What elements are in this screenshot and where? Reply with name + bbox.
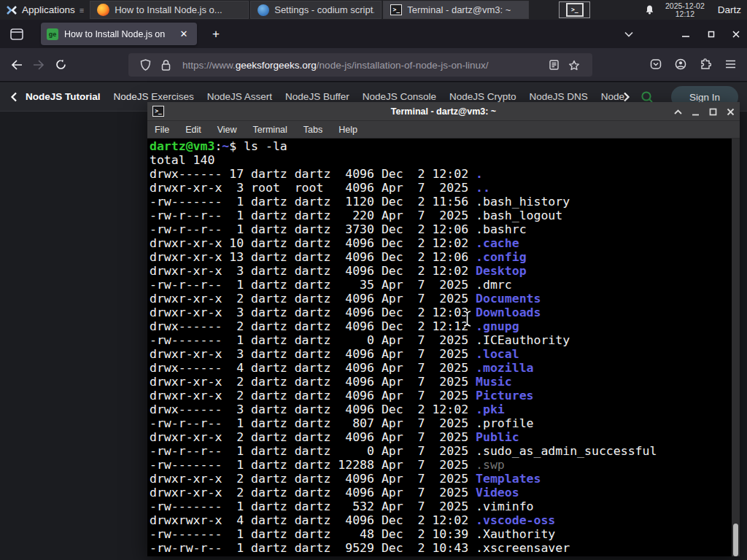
site-nav-item[interactable]: NodeJS Tutorial	[26, 91, 101, 102]
url-text: https://www.geeksforgeeks.org/node-js/in…	[182, 60, 544, 71]
bookmark-star-icon[interactable]	[565, 55, 584, 74]
file-name: .bashrc	[476, 222, 527, 236]
file-name: .viminfo	[476, 499, 533, 513]
shield-icon[interactable]	[136, 55, 155, 74]
terminal-window-icon: >_	[152, 106, 164, 117]
directory-name: .cache	[476, 236, 519, 250]
terminal-icon: >_	[390, 4, 402, 15]
site-nav-item[interactable]: NodeJS Buffer	[285, 91, 349, 102]
nav-scroll-left-icon[interactable]	[10, 92, 18, 102]
file-name: .bash_history	[476, 195, 570, 209]
directory-name: Documents	[476, 292, 541, 306]
reload-button[interactable]	[50, 54, 71, 76]
terminal-window: >_ Terminal - dartz@vm3: ~ FileEditViewT…	[147, 102, 740, 556]
file-name: .swp	[476, 458, 505, 472]
reader-mode-icon[interactable]	[544, 55, 563, 74]
terminal-listing-row: -rw-r--r-- 1 dartz dartz 35 Apr 7 2025 .…	[150, 278, 740, 292]
directory-name: .pki	[476, 402, 505, 416]
browser-tab-bar: ge How to Install Node.js on ✕ +	[0, 20, 747, 48]
clock-time: 12:12	[665, 10, 705, 18]
taskbar-window-title: How to Install Node.js o...	[115, 4, 222, 15]
account-icon[interactable]	[668, 53, 693, 75]
back-button[interactable]	[6, 54, 28, 76]
terminal-listing-row: -rw------- 1 dartz dartz 0 Apr 7 2025 .I…	[150, 333, 740, 347]
lock-icon[interactable]	[156, 55, 175, 74]
terminal-listing-row: -rw-r--r-- 1 dartz dartz 807 Apr 7 2025 …	[150, 416, 740, 430]
terminal-menu-view[interactable]: View	[217, 125, 237, 135]
terminal-menu-help[interactable]: Help	[338, 125, 357, 135]
terminal-titlebar[interactable]: >_ Terminal - dartz@vm3: ~	[147, 102, 740, 121]
directory-name: ..	[476, 181, 490, 195]
taskbar-window-title: Settings - codium script...	[274, 4, 374, 15]
terminal-scrollbar[interactable]	[732, 139, 740, 556]
site-nav-item[interactable]: NodeJS Exercises	[114, 91, 194, 102]
terminal-total-line: total 140	[150, 153, 740, 167]
directory-name: .mozilla	[476, 361, 533, 375]
directory-name: .	[476, 167, 483, 181]
terminal-listing-row: -rw-r--r-- 1 dartz dartz 220 Apr 7 2025 …	[150, 209, 740, 222]
taskbar-window-button[interactable]: How to Install Node.js o...	[90, 1, 249, 19]
site-search-icon[interactable]	[640, 90, 654, 104]
browser-maximize-button[interactable]	[703, 26, 720, 43]
url-bar[interactable]: https://www.geeksforgeeks.org/node-js/in…	[128, 53, 592, 77]
site-nav-item[interactable]: NodeJS Crypto	[449, 91, 516, 102]
terminal-shade-button[interactable]	[673, 106, 683, 117]
hamburger-menu-icon[interactable]	[718, 53, 743, 75]
nav-scroll-right-icon[interactable]	[623, 92, 630, 102]
terminal-maximize-button[interactable]	[708, 106, 718, 117]
terminal-menu-edit[interactable]: Edit	[185, 125, 201, 135]
terminal-listing-row: -rw------- 1 dartz dartz 12288 Apr 7 202…	[150, 458, 740, 472]
terminal-menu-file[interactable]: File	[155, 125, 169, 135]
site-nav-item[interactable]: NodeJS Assert	[207, 91, 272, 102]
terminal-listing-row: drwxr-xr-x 3 dartz dartz 4096 Dec 2 12:0…	[150, 264, 740, 278]
terminal-listing-row: drwxr-xr-x 2 dartz dartz 4096 Apr 7 2025…	[150, 375, 740, 389]
terminal-listing-row: -rw------- 1 dartz dartz 532 Apr 7 2025 …	[150, 499, 740, 513]
terminal-close-button[interactable]	[725, 106, 735, 117]
browser-tab[interactable]: ge How to Install Node.js on ✕	[41, 23, 197, 45]
terminal-scrollbar-thumb[interactable]	[733, 524, 738, 556]
clock[interactable]: 2025-12-02 12:12	[665, 2, 705, 18]
terminal-listing-row: drwx------ 4 dartz dartz 4096 Apr 7 2025…	[150, 361, 740, 375]
file-name: .sudo_as_admin_successful	[476, 444, 657, 458]
forward-button[interactable]	[28, 54, 50, 76]
user-menu[interactable]: Dartz	[715, 4, 741, 15]
file-name: .ICEauthority	[476, 333, 570, 347]
terminal-listing-row: drwxr-xr-x 2 dartz dartz 4096 Apr 7 2025…	[150, 430, 740, 444]
terminal-menu-tabs[interactable]: Tabs	[303, 125, 322, 135]
directory-name: Videos	[476, 486, 519, 499]
applications-menu[interactable]: Applications ≡	[0, 0, 89, 20]
terminal-listing-row: drwxr-xr-x 2 dartz dartz 4096 Apr 7 2025…	[150, 472, 740, 486]
terminal-listing-row: drwx------ 17 dartz dartz 4096 Dec 2 12:…	[150, 167, 740, 181]
terminal-listing-row: -rw-r--r-- 1 dartz dartz 3730 Dec 2 12:0…	[150, 222, 740, 236]
new-tab-button[interactable]: +	[207, 26, 225, 43]
terminal-listing-row: drwxrwxr-x 4 dartz dartz 4096 Dec 2 12:0…	[150, 513, 740, 527]
taskbar-window-button[interactable]: Settings - codium script...	[250, 1, 382, 19]
workspace-switcher[interactable]: >_	[559, 1, 590, 18]
terminal-content[interactable]: dartz@vm3:~$ ls -latotal 140drwx------ 1…	[147, 139, 740, 556]
terminal-minimize-button[interactable]	[690, 106, 700, 117]
taskbar-window-button[interactable]: >_Terminal - dartz@vm3: ~	[383, 1, 529, 19]
tab-title: How to Install Node.js on	[64, 29, 177, 39]
notification-bell-icon[interactable]	[644, 4, 655, 15]
directory-name: .config	[476, 250, 527, 264]
file-name: .bash_logout	[476, 209, 562, 222]
directory-name: Music	[476, 375, 512, 389]
file-name: .Xauthority	[476, 527, 555, 541]
site-nav-item[interactable]: NodeJS Console	[363, 91, 436, 102]
directory-name: .vscode-oss	[476, 513, 555, 527]
site-nav-item[interactable]: NodeJS DNS	[530, 91, 588, 102]
extensions-puzzle-icon[interactable]	[693, 53, 718, 75]
tab-close-icon[interactable]: ✕	[177, 27, 191, 42]
pocket-icon[interactable]	[643, 53, 668, 75]
browser-minimize-button[interactable]	[677, 26, 694, 43]
workspace-terminal-thumb: >_	[566, 3, 584, 17]
terminal-listing-row: drwxr-xr-x 3 dartz dartz 4096 Apr 7 2025…	[150, 347, 740, 361]
site-nav-item[interactable]: Node	[601, 91, 624, 102]
browser-close-button[interactable]	[727, 26, 745, 43]
clock-date: 2025-12-02	[665, 2, 705, 10]
firefox-view-icon[interactable]	[6, 25, 28, 44]
terminal-menu-terminal[interactable]: Terminal	[253, 125, 287, 135]
file-name: .dmrc	[476, 278, 512, 292]
list-tabs-chevron-icon[interactable]	[620, 26, 638, 43]
applications-label: Applications	[22, 4, 75, 15]
